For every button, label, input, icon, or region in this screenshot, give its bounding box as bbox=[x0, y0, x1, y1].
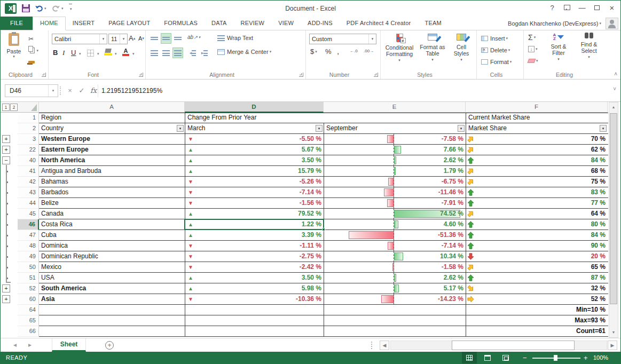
collapse-ribbon-button[interactable]: ˄ bbox=[614, 71, 617, 77]
tab-pdf-architect-4-creator[interactable]: PDF Architect 4 Creator bbox=[340, 17, 418, 30]
cell-march[interactable]: ▲79.52 % bbox=[185, 209, 324, 219]
bold-button[interactable]: B bbox=[53, 49, 58, 57]
customize-qat-button[interactable]: ▾ bbox=[69, 4, 72, 13]
cell-september[interactable]: -11.46 % bbox=[324, 187, 466, 198]
redo-button[interactable]: ▾ bbox=[52, 4, 64, 13]
cell-market-share[interactable]: 20 % bbox=[466, 251, 608, 262]
next-sheet-button[interactable]: ▸ bbox=[28, 338, 32, 352]
tab-page-layout[interactable]: PAGE LAYOUT bbox=[101, 17, 157, 30]
column-header-e[interactable]: E bbox=[324, 102, 466, 113]
cell-march[interactable]: ▲5.98 % bbox=[185, 283, 324, 294]
vscroll-up-button[interactable]: ▲ bbox=[609, 102, 618, 112]
tab-data[interactable]: DATA bbox=[205, 17, 234, 30]
vscroll-thumb[interactable] bbox=[610, 113, 617, 304]
increase-indent-button[interactable]: ▸ bbox=[199, 48, 210, 58]
cell-summary[interactable]: Max=93 % bbox=[466, 315, 608, 326]
row-header-41[interactable]: 41 bbox=[18, 166, 39, 177]
cell-empty[interactable] bbox=[185, 326, 324, 337]
increase-decimal-button[interactable]: ←.0 bbox=[350, 49, 358, 53]
cell-march[interactable]: ▼-1.56 % bbox=[185, 198, 324, 209]
cell-march[interactable]: ▲3.50 % bbox=[185, 273, 324, 283]
row-header-3[interactable]: 3 bbox=[18, 134, 39, 145]
excel-app-icon[interactable]: X bbox=[5, 3, 17, 14]
expand-formula-bar-button[interactable]: ˅ bbox=[613, 86, 616, 92]
vscroll-down-button[interactable]: ▼ bbox=[609, 328, 618, 337]
filter-button-march[interactable]: ▾ bbox=[316, 125, 323, 132]
middle-align-button[interactable] bbox=[161, 33, 171, 44]
vertical-scrollbar[interactable]: ▲▼ bbox=[609, 102, 618, 338]
font-name-combo[interactable]: Calibri▾ bbox=[52, 34, 107, 44]
cell-country[interactable]: Antigua and Barbuda bbox=[39, 166, 185, 177]
paste-button[interactable]: Paste ▾ bbox=[4, 33, 24, 59]
row-header-47[interactable]: 47 bbox=[18, 230, 39, 241]
zoom-out-button[interactable]: − bbox=[523, 352, 527, 364]
name-box-caret[interactable]: ▾ bbox=[48, 85, 58, 97]
cut-button[interactable]: ✂ bbox=[28, 34, 34, 43]
cell-empty[interactable] bbox=[185, 305, 324, 315]
cell-country[interactable]: Costa Rica bbox=[39, 219, 185, 230]
fill-caret[interactable]: ▾ bbox=[536, 47, 538, 51]
top-align-button[interactable] bbox=[149, 33, 160, 44]
delete-cells-button[interactable]: ×Delete▾ bbox=[481, 45, 510, 54]
alignment-dialog-launcher[interactable] bbox=[299, 73, 303, 77]
filter-button-market-share[interactable]: ▾ bbox=[600, 125, 607, 132]
cell-market-share[interactable]: 83 % bbox=[466, 187, 608, 198]
confirm-entry-button[interactable]: ✓ bbox=[76, 84, 87, 97]
close-button[interactable]: × bbox=[606, 3, 618, 13]
outline-level-1-button[interactable]: 1 bbox=[2, 104, 10, 111]
borders-button[interactable] bbox=[87, 50, 94, 57]
format-cells-button[interactable]: Format▾ bbox=[481, 57, 512, 66]
cell-september[interactable]: 10.34 % bbox=[324, 251, 466, 262]
fill-button[interactable]: ↓▾ bbox=[528, 44, 538, 53]
tab-file[interactable]: FILE bbox=[1, 17, 33, 30]
cell-march[interactable]: ▼-5.26 % bbox=[185, 177, 324, 187]
cell-march[interactable]: ▼-2.75 % bbox=[185, 251, 324, 262]
row-header-48[interactable]: 48 bbox=[18, 241, 39, 251]
cell-summary[interactable]: Min=10 % bbox=[466, 305, 608, 315]
row-header-65[interactable]: 65 bbox=[18, 315, 39, 326]
italic-button[interactable]: I bbox=[62, 49, 65, 57]
find-select-button[interactable]: Find & Select ▾ bbox=[575, 33, 603, 60]
account-avatar[interactable] bbox=[606, 18, 618, 29]
number-format-combo[interactable]: Custom▾ bbox=[309, 34, 376, 44]
row-header-51[interactable]: 51 bbox=[18, 273, 39, 283]
outline-expand-button[interactable]: + bbox=[2, 146, 10, 154]
row-header-40[interactable]: 40 bbox=[18, 155, 39, 166]
font-dialog-launcher[interactable] bbox=[139, 73, 143, 77]
tab-home[interactable]: HOME bbox=[33, 17, 66, 30]
fill-color-dropdown-caret[interactable]: ▾ bbox=[115, 52, 117, 56]
page-break-view-button[interactable] bbox=[498, 352, 513, 364]
cell-march[interactable]: ▼-7.14 % bbox=[185, 187, 324, 198]
tab-add-ins[interactable]: ADD-INS bbox=[301, 17, 340, 30]
cell-september[interactable]: -7.58 % bbox=[324, 134, 466, 145]
cell-empty[interactable] bbox=[39, 326, 185, 337]
bottom-align-button[interactable] bbox=[172, 33, 183, 44]
autosum-caret[interactable]: ▾ bbox=[534, 35, 536, 39]
fill-color-button[interactable] bbox=[104, 49, 112, 56]
tab-view[interactable]: VIEW bbox=[271, 17, 301, 30]
undo-dropdown-caret[interactable]: ▾ bbox=[44, 6, 46, 11]
clipboard-dialog-launcher[interactable] bbox=[42, 73, 46, 77]
fill-handle[interactable] bbox=[322, 228, 325, 231]
currency-button[interactable]: $▾ bbox=[310, 48, 317, 56]
cell-market-share[interactable]: 90 % bbox=[466, 241, 608, 251]
cell-change-from-prior-year-header[interactable]: Change From Prior Year bbox=[185, 113, 466, 123]
minimize-button[interactable]: — bbox=[576, 3, 588, 13]
row-header-45[interactable]: 45 bbox=[18, 209, 39, 219]
cell-country[interactable]: Belize bbox=[39, 198, 185, 209]
insert-cells-button[interactable]: Insert▾ bbox=[481, 34, 508, 43]
cell-september[interactable]: 2.62 % bbox=[324, 273, 466, 283]
grow-font-button[interactable]: A▴ bbox=[129, 34, 135, 42]
cell-empty[interactable] bbox=[39, 305, 185, 315]
tab-team[interactable]: TEAM bbox=[418, 17, 448, 30]
cell-country[interactable]: Canada bbox=[39, 209, 185, 219]
paste-dropdown-caret[interactable]: ▾ bbox=[4, 54, 24, 59]
format-as-table-button[interactable]: Format as Table ▾ bbox=[417, 34, 448, 63]
cell-country[interactable]: North America bbox=[39, 155, 185, 166]
cell-region-header[interactable]: Region bbox=[39, 113, 185, 123]
cell-march[interactable]: ▲5.67 % bbox=[185, 145, 324, 155]
cell-country[interactable]: Barbados bbox=[39, 187, 185, 198]
save-icon[interactable] bbox=[22, 4, 30, 12]
cell-country[interactable]: Eastern Europe bbox=[39, 145, 185, 155]
outline-expand-button[interactable]: + bbox=[2, 135, 10, 143]
